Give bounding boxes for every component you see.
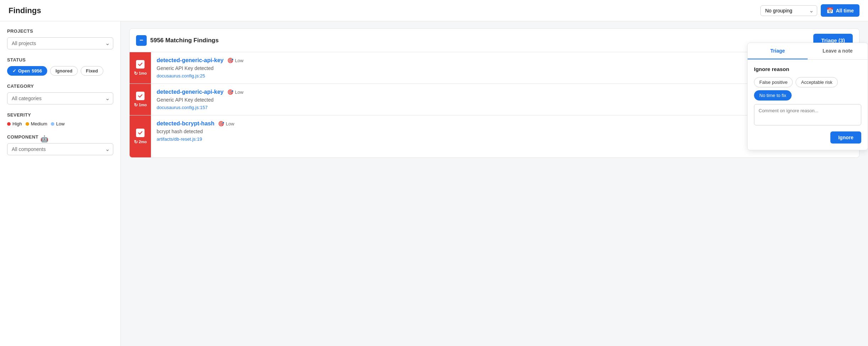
clock-icon-3: ↻: [134, 139, 138, 145]
medium-dot: [26, 122, 29, 126]
open-label: Open: [18, 68, 30, 74]
reason-acceptable-risk[interactable]: Acceptable risk: [796, 77, 837, 87]
time-3: ↻ 2mo: [134, 139, 147, 145]
sidebar-section-projects: Projects All projects: [7, 28, 113, 49]
sidebar-section-category: Category All categories: [7, 83, 113, 104]
projects-select[interactable]: All projects: [7, 37, 113, 49]
component-label: Component: [7, 134, 38, 140]
reason-false-positive[interactable]: False positive: [754, 77, 793, 87]
tab-leave-a-note[interactable]: Leave a note: [808, 43, 868, 59]
finding-severity-3: 🎯 Low: [218, 121, 234, 126]
finding-name-1[interactable]: detected-generic-api-key: [157, 57, 224, 64]
grouping-select[interactable]: No grouping: [760, 5, 817, 16]
status-badge-open[interactable]: ✓ Open 5956: [7, 66, 47, 76]
page-title: Findings: [9, 6, 41, 15]
status-label: Status: [7, 57, 113, 63]
component-title-row: Component 🤖: [7, 134, 113, 143]
finding-file-3[interactable]: artifacts/db-reset.js:19: [157, 136, 202, 142]
sidebar-section-component: Component 🤖 All components: [7, 134, 113, 155]
finding-bar-3[interactable]: ↻ 2mo: [130, 115, 151, 157]
content-area: − 5956 Matching Findings Triage (3) ↻: [121, 21, 868, 346]
severity-icon-3: 🎯: [218, 121, 224, 126]
main-layout: Projects All projects Status ✓ Open 5956…: [0, 21, 868, 346]
header-controls: No grouping 📅 All time: [760, 4, 859, 17]
reason-no-time-to-fix[interactable]: No time to fix: [754, 90, 792, 101]
time-2: ↻ 1mo: [134, 102, 147, 108]
high-label: High: [12, 121, 22, 126]
top-header: Findings No grouping 📅 All time: [0, 0, 868, 21]
category-label: Category: [7, 83, 113, 89]
ignore-reason-title: Ignore reason: [754, 66, 861, 72]
severity-high[interactable]: High: [7, 121, 22, 126]
comment-input[interactable]: [754, 104, 861, 125]
calendar-icon: 📅: [826, 7, 834, 14]
all-time-button[interactable]: 📅 All time: [821, 4, 859, 17]
projects-label: Projects: [7, 28, 113, 34]
severity-icon-1: 🎯: [227, 58, 233, 63]
triage-panel: Triage Leave a note Ignore reason False …: [747, 43, 868, 150]
low-label: Low: [56, 121, 65, 126]
ignored-label: Ignored: [55, 68, 72, 74]
reason-buttons: False positive Acceptable risk No time t…: [754, 77, 861, 101]
triage-body: Ignore reason False positive Acceptable …: [748, 60, 868, 150]
finding-file-1[interactable]: docusaurus.config.js:25: [157, 73, 205, 79]
sidebar: Projects All projects Status ✓ Open 5956…: [0, 21, 121, 346]
checkbox-2[interactable]: [136, 92, 145, 100]
robot-icon: 🤖: [40, 135, 48, 143]
high-dot: [7, 122, 11, 126]
finding-severity-1: 🎯 Low: [227, 58, 244, 63]
category-select-wrapper: All categories: [7, 92, 113, 104]
ignore-button[interactable]: Ignore: [830, 131, 861, 144]
finding-bar-1[interactable]: ↻ 1mo: [130, 52, 151, 83]
medium-label: Medium: [31, 121, 47, 126]
low-dot: [51, 122, 54, 126]
severity-low[interactable]: Low: [51, 121, 65, 126]
category-select[interactable]: All categories: [7, 92, 113, 104]
finding-name-3[interactable]: detected-bcrypt-hash: [157, 120, 215, 127]
finding-bar-2[interactable]: ↻ 1mo: [130, 84, 151, 115]
clock-icon-2: ↻: [134, 102, 138, 108]
checkbox-3[interactable]: [136, 129, 145, 137]
findings-count: 5956 Matching Findings: [150, 37, 219, 44]
fixed-label: Fixed: [86, 68, 98, 74]
component-select-wrapper: All components: [7, 143, 113, 155]
time-1: ↻ 1mo: [134, 71, 147, 76]
finding-name-2[interactable]: detected-generic-api-key: [157, 89, 224, 95]
severity-label: Severity: [7, 112, 113, 118]
finding-severity-2: 🎯 Low: [227, 89, 244, 95]
minus-icon: −: [140, 37, 143, 44]
ignore-btn-row: Ignore: [754, 131, 861, 144]
grouping-select-wrapper: No grouping: [760, 5, 817, 16]
open-count: 5956: [32, 68, 42, 74]
sidebar-section-severity: Severity High Medium Low: [7, 112, 113, 126]
findings-header-left: − 5956 Matching Findings: [136, 35, 219, 46]
tab-triage[interactable]: Triage: [748, 43, 808, 59]
triage-tabs: Triage Leave a note: [748, 43, 868, 60]
clock-icon-1: ↻: [134, 71, 138, 76]
sidebar-section-status: Status ✓ Open 5956 Ignored Fixed: [7, 57, 113, 76]
finding-file-2[interactable]: docusaurus.config.js:157: [157, 105, 208, 110]
status-badges: ✓ Open 5956 Ignored Fixed: [7, 66, 113, 76]
severity-badges: High Medium Low: [7, 121, 113, 126]
component-select[interactable]: All components: [7, 143, 113, 155]
checkbox-1[interactable]: [136, 60, 145, 69]
check-mark: ✓: [12, 68, 16, 74]
severity-icon-2: 🎯: [227, 89, 233, 95]
status-badge-fixed[interactable]: Fixed: [81, 66, 103, 76]
severity-medium[interactable]: Medium: [26, 121, 47, 126]
projects-select-wrapper: All projects: [7, 37, 113, 49]
status-badge-ignored[interactable]: Ignored: [50, 66, 78, 76]
collapse-button[interactable]: −: [136, 35, 147, 46]
